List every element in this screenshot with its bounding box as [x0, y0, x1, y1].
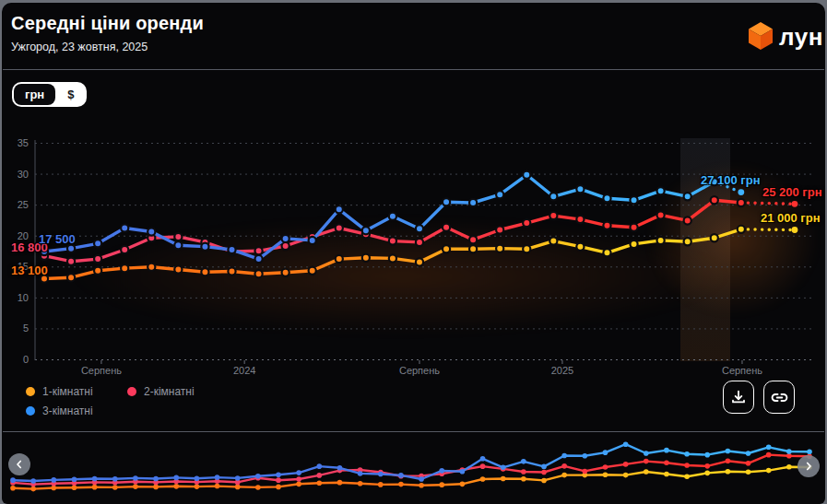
legend-item-1room[interactable]: 1-кімнатні: [26, 385, 93, 398]
legend-label: 3-кімнатні: [42, 404, 93, 417]
chevron-right-icon: [803, 461, 814, 472]
currency-toggle[interactable]: грн $: [12, 82, 87, 107]
header-divider: [3, 69, 824, 70]
download-icon: [730, 389, 747, 405]
lun-logo-text: лун: [779, 23, 823, 52]
widget-card: [2, 3, 825, 504]
minimap-divider: [3, 431, 824, 432]
currency-hrn-button[interactable]: грн: [14, 84, 55, 105]
price-label-2room-end: 25 200 грн: [762, 185, 822, 199]
legend-label: 1-кімнатні: [42, 385, 93, 398]
legend-dot-3room-icon: [26, 406, 35, 416]
page-subtitle: Ужгород, 23 жовтня, 2025: [11, 41, 148, 53]
price-label-3room-end: 27 100 грн: [701, 173, 761, 187]
legend-item-3room[interactable]: 3-кімнатні: [26, 404, 93, 417]
price-label-1room-end: 21 000 грн: [761, 211, 821, 225]
legend-item-2room[interactable]: 2-кімнатні: [127, 385, 195, 398]
link-icon: [771, 389, 788, 406]
currency-usd-button[interactable]: $: [56, 84, 85, 105]
minimap-next-button[interactable]: [797, 455, 820, 477]
legend-dot-2room-icon: [127, 387, 136, 396]
legend-label: 2-кімнатні: [144, 385, 195, 398]
price-label-1room-start: 13 100: [11, 264, 48, 277]
page: Середні ціни оренди Ужгород, 23 жовтня, …: [0, 0, 827, 504]
download-button[interactable]: [723, 381, 754, 414]
chevron-left-icon: [14, 459, 25, 470]
lun-cube-icon: [748, 21, 774, 54]
price-label-3room-start: 17 500: [39, 232, 76, 246]
copy-link-button[interactable]: [763, 381, 795, 414]
page-title: Середні ціни оренди: [11, 13, 204, 34]
legend-dot-1room-icon: [26, 387, 35, 396]
minimap-prev-button[interactable]: [8, 453, 30, 475]
